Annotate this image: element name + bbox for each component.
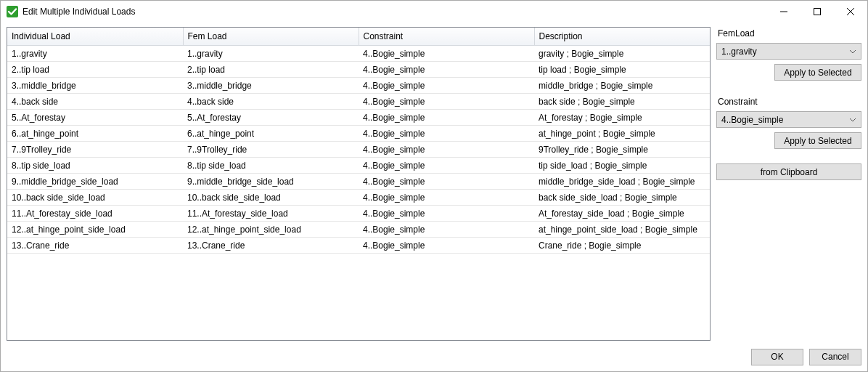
- cell-fem-load: 8..tip side_load: [183, 158, 359, 174]
- constraint-value: 4..Bogie_simple: [721, 115, 848, 125]
- cell-fem-load: 3..middle_bridge: [183, 78, 359, 94]
- cell-individual-load: 6..at_hinge_point: [7, 126, 183, 142]
- table-row[interactable]: 6..at_hinge_point6..at_hinge_point4..Bog…: [7, 126, 710, 142]
- loads-table[interactable]: Individual Load Fem Load Constraint Desc…: [7, 28, 710, 254]
- femload-label: FemLoad: [716, 27, 861, 39]
- cell-description: tip load ; Bogie_simple: [534, 62, 710, 78]
- cell-individual-load: 10..back side_side_load: [7, 190, 183, 206]
- cell-individual-load: 3..middle_bridge: [7, 78, 183, 94]
- cell-constraint: 4..Bogie_simple: [359, 190, 534, 206]
- cell-fem-load: 5..At_forestay: [183, 110, 359, 126]
- side-gap: [716, 153, 861, 159]
- cell-description: middle_bridge_side_load ; Bogie_simple: [534, 174, 710, 190]
- cell-individual-load: 13..Crane_ride: [7, 238, 183, 254]
- cell-description: gravity ; Bogie_simple: [534, 46, 710, 62]
- cell-individual-load: 9..middle_bridge_side_load: [7, 174, 183, 190]
- cell-fem-load: 2..tip load: [183, 62, 359, 78]
- cell-constraint: 4..Bogie_simple: [359, 126, 534, 142]
- cell-description: At_forestay ; Bogie_simple: [534, 110, 710, 126]
- table-row[interactable]: 13..Crane_ride13..Crane_ride4..Bogie_sim…: [7, 238, 710, 254]
- cell-fem-load: 1..gravity: [183, 46, 359, 62]
- cell-constraint: 4..Bogie_simple: [359, 94, 534, 110]
- apply-constraint-button[interactable]: Apply to Selected: [774, 132, 861, 149]
- cell-constraint: 4..Bogie_simple: [359, 238, 534, 254]
- from-clipboard-button[interactable]: from Clipboard: [716, 163, 861, 180]
- dialog-footer: OK Cancel: [1, 347, 867, 371]
- cell-individual-load: 1..gravity: [7, 46, 183, 62]
- cell-description: at_hinge_point ; Bogie_simple: [534, 126, 710, 142]
- table-row[interactable]: 1..gravity1..gravity4..Bogie_simplegravi…: [7, 46, 710, 62]
- table-row[interactable]: 5..At_forestay5..At_forestay4..Bogie_sim…: [7, 110, 710, 126]
- window-title: Edit Multiple Individual Loads: [22, 7, 135, 17]
- table-row[interactable]: 3..middle_bridge3..middle_bridge4..Bogie…: [7, 78, 710, 94]
- cell-fem-load: 13..Crane_ride: [183, 238, 359, 254]
- close-button[interactable]: [834, 1, 867, 23]
- table-row[interactable]: 10..back side_side_load10..back side_sid…: [7, 190, 710, 206]
- side-gap: [716, 85, 861, 91]
- cell-individual-load: 7..9Trolley_ride: [7, 142, 183, 158]
- side-panel: FemLoad 1..gravity Apply to Selected Con…: [716, 27, 861, 341]
- cell-description: tip side_load ; Bogie_simple: [534, 158, 710, 174]
- cell-constraint: 4..Bogie_simple: [359, 174, 534, 190]
- cell-individual-load: 12..at_hinge_point_side_load: [7, 222, 183, 238]
- table-row[interactable]: 12..at_hinge_point_side_load12..at_hinge…: [7, 222, 710, 238]
- chevron-down-icon: [848, 117, 858, 123]
- window-controls: [767, 1, 867, 23]
- table-row[interactable]: 8..tip side_load8..tip side_load4..Bogie…: [7, 158, 710, 174]
- cell-description: at_hinge_point_side_load ; Bogie_simple: [534, 222, 710, 238]
- cell-individual-load: 2..tip load: [7, 62, 183, 78]
- cancel-button[interactable]: Cancel: [809, 349, 861, 365]
- cell-individual-load: 4..back side: [7, 94, 183, 110]
- cell-individual-load: 11..At_forestay_side_load: [7, 206, 183, 222]
- apply-femload-button[interactable]: Apply to Selected: [774, 64, 861, 81]
- cell-individual-load: 8..tip side_load: [7, 158, 183, 174]
- table-row[interactable]: 2..tip load2..tip load4..Bogie_simpletip…: [7, 62, 710, 78]
- cell-fem-load: 9..middle_bridge_side_load: [183, 174, 359, 190]
- col-fem-load[interactable]: Fem Load: [183, 28, 359, 46]
- table-row[interactable]: 7..9Trolley_ride7..9Trolley_ride4..Bogie…: [7, 142, 710, 158]
- loads-table-container: Individual Load Fem Load Constraint Desc…: [7, 27, 711, 341]
- table-row[interactable]: 4..back side4..back side4..Bogie_simpleb…: [7, 94, 710, 110]
- constraint-label: Constraint: [716, 95, 861, 107]
- app-icon: [7, 6, 18, 17]
- cell-constraint: 4..Bogie_simple: [359, 110, 534, 126]
- constraint-select[interactable]: 4..Bogie_simple: [716, 111, 861, 128]
- cell-individual-load: 5..At_forestay: [7, 110, 183, 126]
- maximize-button[interactable]: [801, 1, 834, 23]
- cell-fem-load: 11..At_forestay_side_load: [183, 206, 359, 222]
- femload-value: 1..gravity: [721, 46, 848, 57]
- cell-description: 9Trolley_ride ; Bogie_simple: [534, 142, 710, 158]
- cell-constraint: 4..Bogie_simple: [359, 78, 534, 94]
- cell-fem-load: 10..back side_side_load: [183, 190, 359, 206]
- table-row[interactable]: 9..middle_bridge_side_load9..middle_brid…: [7, 174, 710, 190]
- ok-button[interactable]: OK: [751, 349, 803, 365]
- cell-constraint: 4..Bogie_simple: [359, 222, 534, 238]
- col-description[interactable]: Description: [534, 28, 710, 46]
- cell-fem-load: 7..9Trolley_ride: [183, 142, 359, 158]
- content-area: Individual Load Fem Load Constraint Desc…: [1, 23, 867, 347]
- cell-constraint: 4..Bogie_simple: [359, 158, 534, 174]
- cell-constraint: 4..Bogie_simple: [359, 206, 534, 222]
- cell-constraint: 4..Bogie_simple: [359, 142, 534, 158]
- cell-description: middle_bridge ; Bogie_simple: [534, 78, 710, 94]
- table-row[interactable]: 11..At_forestay_side_load11..At_forestay…: [7, 206, 710, 222]
- cell-description: back side_side_load ; Bogie_simple: [534, 190, 710, 206]
- chevron-down-icon: [848, 49, 858, 54]
- cell-constraint: 4..Bogie_simple: [359, 62, 534, 78]
- cell-constraint: 4..Bogie_simple: [359, 46, 534, 62]
- cell-fem-load: 4..back side: [183, 94, 359, 110]
- cell-description: back side ; Bogie_simple: [534, 94, 710, 110]
- femload-select[interactable]: 1..gravity: [716, 43, 861, 60]
- cell-fem-load: 12..at_hinge_point_side_load: [183, 222, 359, 238]
- window: Edit Multiple Individual Loads: [0, 0, 868, 372]
- col-constraint[interactable]: Constraint: [359, 28, 534, 46]
- cell-description: At_forestay_side_load ; Bogie_simple: [534, 206, 710, 222]
- table-header-row: Individual Load Fem Load Constraint Desc…: [7, 28, 710, 46]
- table-empty-area: [7, 254, 710, 340]
- titlebar: Edit Multiple Individual Loads: [1, 1, 867, 23]
- svg-rect-2: [814, 9, 821, 15]
- cell-description: Crane_ride ; Bogie_simple: [534, 238, 710, 254]
- cell-fem-load: 6..at_hinge_point: [183, 126, 359, 142]
- col-individual-load[interactable]: Individual Load: [7, 28, 183, 46]
- minimize-button[interactable]: [767, 1, 801, 23]
